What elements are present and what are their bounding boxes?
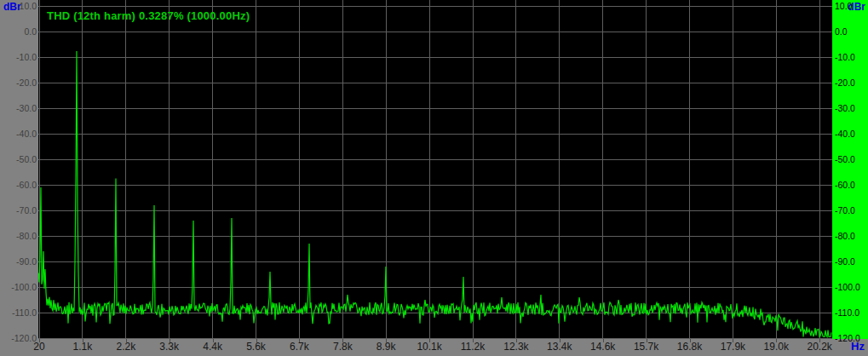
x-tick-label: 8.9k bbox=[365, 341, 407, 353]
x-tick-label: 7.8k bbox=[321, 341, 364, 353]
y-tick-label-left: -100.0 bbox=[11, 283, 37, 292]
x-tick-label: 16.8k bbox=[669, 341, 711, 353]
y-tick-label-right: -30.0 bbox=[835, 104, 855, 113]
y-tick-label-right: -10.0 bbox=[835, 53, 855, 62]
grid-lines bbox=[38, 0, 832, 339]
x-tick-label: 3.3k bbox=[148, 341, 191, 353]
x-tick-label: 10.1k bbox=[408, 341, 451, 353]
x-tick-label: 20.2k bbox=[798, 341, 841, 353]
spectrum-trace bbox=[38, 51, 831, 336]
spectrum-chart bbox=[38, 0, 832, 339]
x-tick-label: 13.4k bbox=[538, 341, 581, 353]
y-tick-label-left: -10.0 bbox=[16, 53, 37, 62]
y-tick-label-left: -30.0 bbox=[16, 104, 37, 113]
y-tick-label-right: -50.0 bbox=[835, 155, 855, 164]
x-axis-unit: Hz bbox=[851, 341, 865, 352]
y-tick-label-left: -70.0 bbox=[16, 206, 37, 215]
x-tick-label: 2.2k bbox=[105, 341, 147, 353]
y-tick-label-left: -40.0 bbox=[16, 129, 37, 139]
x-tick-label: 6.7k bbox=[278, 341, 320, 353]
x-tick-label: 14.6k bbox=[582, 341, 624, 353]
y-tick-label-right: -40.0 bbox=[835, 129, 855, 139]
y-tick-label-left: 10.0 bbox=[20, 2, 37, 11]
x-tick-label: 11.2k bbox=[451, 341, 494, 353]
x-tick-label: 19.0k bbox=[755, 341, 797, 353]
y-axis-unit-left: dBr bbox=[3, 2, 21, 13]
y-tick-label-left: -60.0 bbox=[16, 181, 37, 190]
x-tick-label: 1.1k bbox=[61, 341, 104, 353]
chart-title: THD (12th harm) 0.3287% (1000.00Hz) bbox=[47, 9, 250, 22]
y-tick-label-right: -110.0 bbox=[835, 308, 859, 318]
y-tick-label-right: 0.0 bbox=[835, 27, 848, 37]
y-tick-label-left: -20.0 bbox=[16, 78, 37, 88]
y-tick-label-right: -100.0 bbox=[835, 283, 860, 292]
y-tick-label-right: -90.0 bbox=[835, 257, 855, 267]
x-tick-label: 4.4k bbox=[192, 341, 234, 353]
y-tick-label-right: 10.0 bbox=[835, 2, 852, 11]
x-tick-label: 5.6k bbox=[235, 341, 278, 353]
y-tick-label-left: -80.0 bbox=[16, 232, 37, 241]
x-tick-label: 20 bbox=[18, 341, 60, 353]
y-tick-label-left: -90.0 bbox=[16, 257, 37, 267]
y-tick-label-left: -50.0 bbox=[16, 155, 37, 164]
y-tick-label-left: 0.0 bbox=[24, 27, 37, 37]
y-tick-label-right: -70.0 bbox=[835, 206, 855, 215]
x-tick-label: 12.3k bbox=[495, 341, 537, 353]
spectrum-analyzer-window: dBr 10.00.0-10.0-20.0-30.0-40.0-50.0-60.… bbox=[0, 0, 868, 356]
y-tick-label-right: -80.0 bbox=[835, 232, 855, 241]
x-tick-label: 17.9k bbox=[711, 341, 754, 353]
y-tick-label-right: -60.0 bbox=[835, 181, 855, 190]
spectrum-plot-area[interactable] bbox=[38, 0, 832, 339]
y-tick-label-left: -110.0 bbox=[12, 308, 37, 318]
y-tick-label-right: -20.0 bbox=[835, 78, 855, 88]
x-tick-label: 15.7k bbox=[625, 341, 668, 353]
